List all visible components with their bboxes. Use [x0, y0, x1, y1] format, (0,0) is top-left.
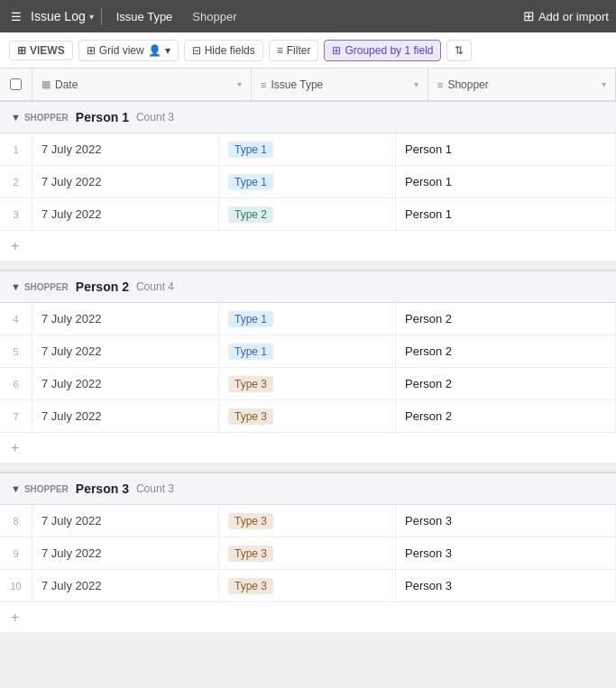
- group-icon: ⊞: [332, 44, 341, 57]
- row-shopper-cell: Person 1: [396, 198, 616, 230]
- group-toggle-person1[interactable]: ▼: [7, 110, 24, 124]
- type-badge: Type 3: [228, 513, 273, 529]
- group-count-person1: Count 3: [136, 111, 174, 124]
- issue-type-column-header[interactable]: ≡ Issue Type ▾: [252, 69, 428, 100]
- row-shopper-cell: Person 3: [396, 505, 616, 537]
- tab-issue-type[interactable]: Issue Type: [109, 6, 180, 27]
- table: ▦ Date ▾ ≡ Issue Type ▾ ≡ Shopper ▾ ▼ SH…: [0, 69, 616, 633]
- row-issue-type-cell: Type 3: [219, 400, 396, 432]
- sort-button[interactable]: ⇅: [446, 40, 472, 61]
- row-issue-type-cell: Type 3: [219, 537, 396, 569]
- row-number: 4: [0, 303, 32, 335]
- caret-icon: ▾: [165, 44, 170, 57]
- grouped-button[interactable]: ⊞ Grouped by 1 field: [324, 40, 441, 61]
- row-number: 1: [0, 133, 32, 165]
- row-shopper-cell: Person 2: [396, 335, 616, 367]
- type-badge: Type 3: [228, 408, 273, 425]
- table-row: 9 7 July 2022 Type 3 Person 3: [0, 537, 616, 570]
- table-row: 1 7 July 2022 Type 1 Person 1: [0, 133, 616, 166]
- date-icon: ▦: [41, 78, 51, 90]
- title-text: Issue Log: [31, 9, 86, 23]
- date-column-header[interactable]: ▦ Date ▾: [32, 69, 252, 100]
- row-shopper-cell: Person 2: [396, 400, 616, 432]
- group-toggle-person3[interactable]: ▼: [7, 482, 24, 496]
- sort-icon: ⇅: [455, 44, 464, 57]
- select-all-checkbox-cell[interactable]: [0, 69, 32, 100]
- add-row-person3: +: [0, 602, 616, 633]
- table-row: 10 7 July 2022 Type 3 Person 3: [0, 570, 616, 602]
- person-icon: 👤: [148, 44, 161, 57]
- table-row: 2 7 July 2022 Type 1 Person 1: [0, 166, 616, 198]
- add-record-button-person3[interactable]: +: [7, 610, 23, 626]
- filter-button[interactable]: ≡ Filter: [269, 40, 319, 61]
- row-number: 9: [0, 537, 32, 569]
- grid-view-button[interactable]: ⊞ Grid view 👤 ▾: [78, 40, 179, 61]
- type-badge: Type 3: [228, 376, 273, 392]
- row-date-cell: 7 July 2022: [32, 133, 219, 165]
- row-date-cell: 7 July 2022: [32, 400, 219, 432]
- row-issue-type-cell: Type 1: [219, 133, 396, 165]
- type-badge: Type 1: [228, 344, 273, 360]
- views-button[interactable]: ⊞ VIEWS: [9, 41, 73, 60]
- hide-fields-button[interactable]: ⊟ Hide fields: [184, 40, 263, 61]
- group-count-person2: Count 4: [136, 280, 174, 293]
- table-row: 5 7 July 2022 Type 1 Person 2: [0, 335, 616, 368]
- group-label-person1: SHOPPER: [24, 113, 69, 123]
- type-badge: Type 3: [228, 546, 273, 562]
- row-shopper-cell: Person 2: [396, 303, 616, 335]
- column-headers: ▦ Date ▾ ≡ Issue Type ▾ ≡ Shopper ▾: [0, 69, 616, 101]
- menu-button[interactable]: ☰: [7, 6, 25, 27]
- table-row: 8 7 July 2022 Type 3 Person 3: [0, 505, 616, 537]
- shopper-col-caret-icon: ▾: [602, 79, 606, 89]
- views-grid-icon: ⊞: [17, 44, 26, 57]
- group-separator: [0, 261, 616, 271]
- row-issue-type-cell: Type 1: [219, 335, 396, 367]
- type-badge: Type 1: [228, 311, 273, 327]
- shopper-col-icon: ≡: [437, 79, 443, 90]
- row-number: 3: [0, 198, 32, 230]
- group-label-person3: SHOPPER: [24, 484, 69, 494]
- tab-shopper[interactable]: Shopper: [185, 6, 244, 27]
- row-number: 10: [0, 570, 32, 601]
- type-badge: Type 2: [228, 206, 273, 223]
- row-issue-type-cell: Type 3: [219, 368, 396, 399]
- toolbar: ⊞ VIEWS ⊞ Grid view 👤 ▾ ⊟ Hide fields ≡ …: [0, 32, 616, 69]
- table-row: 3 7 July 2022 Type 2 Person 1: [0, 198, 616, 231]
- title-caret-icon: ▾: [89, 12, 94, 22]
- select-all-checkbox[interactable]: [10, 78, 22, 90]
- row-date-cell: 7 July 2022: [32, 537, 219, 569]
- row-date-cell: 7 July 2022: [32, 368, 219, 399]
- row-shopper-cell: Person 3: [396, 570, 616, 601]
- shopper-column-header[interactable]: ≡ Shopper ▾: [428, 69, 616, 100]
- table-row: 7 7 July 2022 Type 3 Person 2: [0, 400, 616, 433]
- type-badge: Type 1: [228, 142, 273, 158]
- grid-icon: ⊞: [87, 44, 96, 57]
- add-record-button-person2[interactable]: +: [7, 440, 23, 456]
- groups-container: ▼ SHOPPER Person 1 Count 3 1 7 July 2022…: [0, 101, 616, 633]
- row-issue-type-cell: Type 3: [219, 570, 396, 601]
- plus-icon: ⊞: [523, 8, 535, 24]
- group-header-person1: ▼ SHOPPER Person 1 Count 3: [0, 101, 616, 133]
- group-name-person2: Person 2: [76, 280, 129, 294]
- app-title: Issue Log ▾: [31, 9, 94, 23]
- divider: [101, 7, 102, 25]
- type-badge: Type 3: [228, 578, 273, 594]
- type-badge: Type 1: [228, 174, 273, 190]
- group-toggle-person2[interactable]: ▼: [7, 280, 24, 294]
- row-date-cell: 7 July 2022: [32, 335, 219, 367]
- add-record-button-person1[interactable]: +: [7, 238, 23, 254]
- hamburger-icon: ☰: [11, 10, 22, 23]
- table-row: 4 7 July 2022 Type 1 Person 2: [0, 303, 616, 335]
- row-number: 6: [0, 368, 32, 399]
- row-date-cell: 7 July 2022: [32, 166, 219, 197]
- row-date-cell: 7 July 2022: [32, 570, 219, 601]
- row-shopper-cell: Person 1: [396, 133, 616, 165]
- row-shopper-cell: Person 1: [396, 166, 616, 197]
- row-date-cell: 7 July 2022: [32, 198, 219, 230]
- row-number: 7: [0, 400, 32, 432]
- list-icon: ≡: [261, 79, 266, 90]
- group-label-person2: SHOPPER: [24, 282, 69, 292]
- row-shopper-cell: Person 2: [396, 368, 616, 399]
- add-or-import-button[interactable]: ⊞ Add or import: [523, 8, 609, 24]
- row-number: 5: [0, 335, 32, 367]
